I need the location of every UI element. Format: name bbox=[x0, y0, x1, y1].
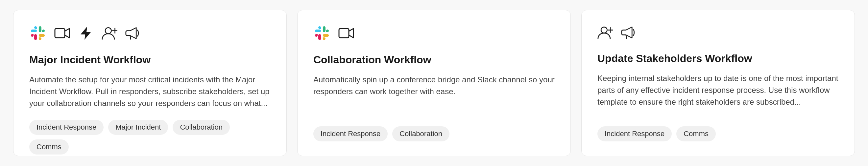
megaphone-icon bbox=[125, 25, 141, 42]
tag-collaboration[interactable]: Collaboration bbox=[173, 120, 230, 135]
card-collaboration[interactable]: Collaboration Workflow Automatically spi… bbox=[297, 10, 571, 156]
card-tags: Incident Response Collaboration bbox=[313, 126, 555, 141]
card-tags: Incident Response Major Incident Collabo… bbox=[29, 120, 271, 155]
svg-point-1 bbox=[105, 28, 111, 34]
video-icon bbox=[338, 25, 354, 42]
card-title: Collaboration Workflow bbox=[313, 53, 555, 66]
card-tags: Incident Response Comms bbox=[597, 126, 839, 141]
card-title: Update Stakeholders Workflow bbox=[597, 52, 839, 65]
tag-incident-response[interactable]: Incident Response bbox=[29, 120, 103, 135]
card-description: Automate the setup for your most critica… bbox=[29, 74, 271, 109]
megaphone-icon bbox=[621, 25, 637, 42]
cards-container: Major Incident Workflow Automate the set… bbox=[13, 10, 855, 156]
card-icons bbox=[29, 25, 271, 43]
card-description: Keeping internal stakeholders up to date… bbox=[597, 73, 839, 116]
slack-icon bbox=[29, 25, 46, 43]
svg-rect-4 bbox=[339, 29, 349, 38]
svg-point-5 bbox=[601, 27, 607, 33]
tag-collaboration[interactable]: Collaboration bbox=[392, 126, 450, 141]
card-description: Automatically spin up a conference bridg… bbox=[313, 74, 555, 116]
video-icon bbox=[54, 25, 70, 42]
bolt-icon bbox=[78, 25, 94, 42]
card-icons bbox=[597, 25, 839, 42]
tag-comms[interactable]: Comms bbox=[29, 139, 69, 155]
tag-major-incident[interactable]: Major Incident bbox=[108, 120, 168, 135]
svg-rect-0 bbox=[55, 29, 65, 38]
tag-comms[interactable]: Comms bbox=[676, 126, 716, 141]
slack-icon bbox=[313, 25, 331, 43]
card-title: Major Incident Workflow bbox=[29, 53, 271, 66]
tag-incident-response[interactable]: Incident Response bbox=[597, 126, 672, 141]
card-icons bbox=[313, 25, 555, 43]
add-user-icon bbox=[102, 25, 117, 42]
card-major-incident[interactable]: Major Incident Workflow Automate the set… bbox=[13, 10, 287, 156]
card-update-stakeholders[interactable]: Update Stakeholders Workflow Keeping int… bbox=[581, 10, 855, 156]
tag-incident-response[interactable]: Incident Response bbox=[313, 126, 388, 141]
add-user-icon bbox=[597, 25, 613, 42]
